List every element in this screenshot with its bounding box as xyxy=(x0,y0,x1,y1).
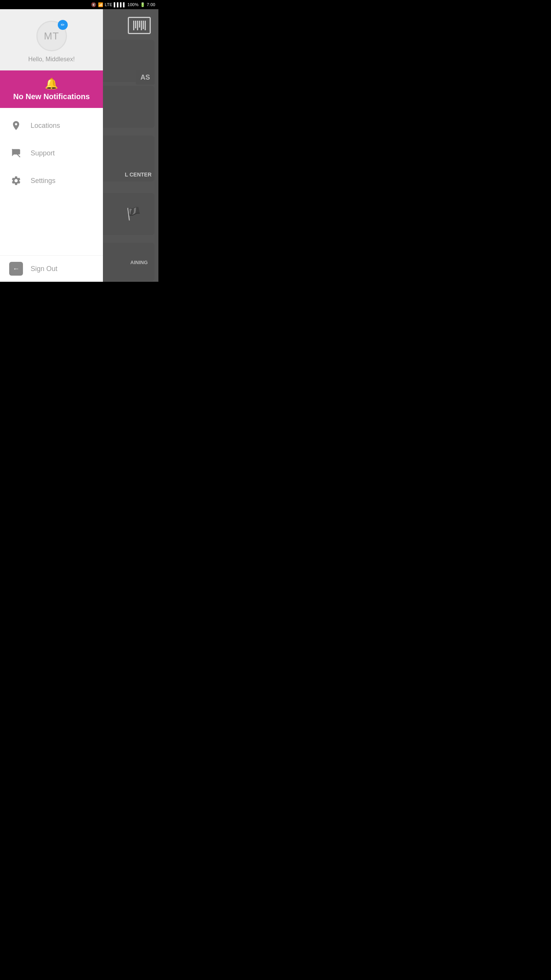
status-icons-text: 🔇 📶 LTE ▌▌▌▌ 100% 🔋 7:00 xyxy=(91,2,155,7)
settings-icon xyxy=(9,174,23,188)
sign-out-label: Sign Out xyxy=(31,265,57,273)
app-container: AS L CENTER 🏴 AINING MT ✏ Hello, Middles… xyxy=(0,9,158,282)
edit-icon: ✏ xyxy=(61,22,65,28)
avatar-initials: MT xyxy=(44,30,59,42)
menu-item-locations[interactable]: Locations xyxy=(0,112,103,139)
status-icons: 🔇 📶 LTE ▌▌▌▌ 100% 🔋 7:00 xyxy=(91,2,155,7)
greeting-text: Hello, Middlesex! xyxy=(28,56,75,63)
bg-card-text-5: AINING xyxy=(127,258,151,267)
support-icon xyxy=(9,146,23,160)
bg-card-text-3: L CENTER xyxy=(122,170,155,179)
status-bar: 🔇 📶 LTE ▌▌▌▌ 100% 🔋 7:00 xyxy=(0,0,158,9)
bg-card-text-1: AS xyxy=(136,70,155,85)
sign-out-button[interactable]: ← Sign Out xyxy=(0,255,103,282)
settings-label: Settings xyxy=(31,177,55,185)
side-drawer: MT ✏ Hello, Middlesex! 🔔 No New Notifica… xyxy=(0,9,103,282)
avatar-container: MT ✏ xyxy=(36,21,67,51)
drawer-menu: Locations Support Set xyxy=(0,108,103,255)
menu-item-support[interactable]: Support xyxy=(0,139,103,167)
drawer-header: MT ✏ Hello, Middlesex! xyxy=(0,9,103,70)
menu-item-settings[interactable]: Settings xyxy=(0,167,103,194)
flag-icon: 🏴 xyxy=(126,206,141,221)
location-icon xyxy=(9,119,23,132)
sign-out-icon-container: ← xyxy=(9,262,23,276)
arrow-left-icon: ← xyxy=(13,265,20,273)
avatar-edit-button[interactable]: ✏ xyxy=(58,20,68,30)
notifications-banner[interactable]: 🔔 No New Notifications xyxy=(0,70,103,108)
bell-icon: 🔔 xyxy=(45,77,58,90)
notification-text: No New Notifications xyxy=(13,92,90,101)
barcode-icon xyxy=(128,17,151,34)
status-time: 7:00 xyxy=(147,2,155,7)
locations-label: Locations xyxy=(31,122,60,130)
support-label: Support xyxy=(31,149,55,157)
